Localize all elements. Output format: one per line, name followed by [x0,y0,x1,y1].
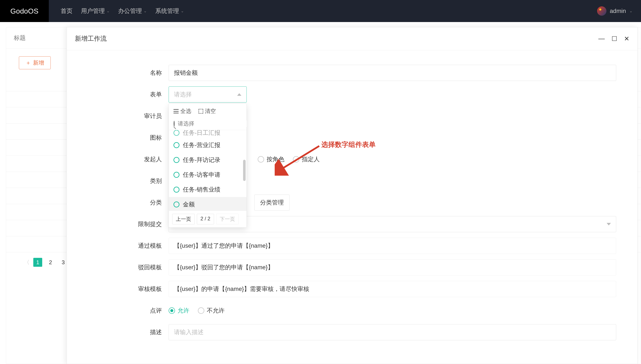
label-initiator: 发起人 [67,155,169,163]
label-limit-submit: 限制提交 [67,220,169,228]
workflow-form: 名称 报销金额 表单 请选择 全选 清空 [67,50,637,343]
maximize-icon[interactable]: ☐ [611,35,617,42]
dropdown-prev-page[interactable]: 上一页 [172,214,195,224]
dropdown-item[interactable]: 任务-拜访记录 [169,152,246,168]
page-2[interactable]: 2 [46,258,55,267]
pass-template-input[interactable]: 【{user}】通过了您的申请【{name}】 [169,238,616,254]
dropdown-page-info: 2 / 2 [197,214,214,224]
chevron-down-icon: ⌄ [144,9,147,13]
form-select[interactable]: 请选择 [169,86,247,102]
top-nav: GodoOS 首页 用户管理⌄ 办公管理⌄ 系统管理⌄ admin ⌄ [0,0,641,22]
review-template-input[interactable]: 【{user}】的申请【{name}】需要审核，请尽快审核 [169,281,616,297]
dropdown-search [169,119,246,130]
label-category: 类别 [67,177,169,185]
label-pass-tpl: 通过模板 [67,242,169,250]
name-input[interactable]: 报销金额 [169,65,616,81]
modal-header: 新增工作流 — ☐ ✕ [67,27,637,50]
nav-items: 首页 用户管理⌄ 办公管理⌄ 系统管理⌄ [61,7,184,15]
label-classification: 分类 [67,198,169,206]
modal-title: 新增工作流 [75,34,107,43]
user-menu[interactable]: admin ⌄ [597,6,632,16]
classification-manage-button[interactable]: 分类管理 [254,194,289,210]
form-select-dropdown: 全选 清空 任务-日工汇报 任务-营业汇报 任务-拜访记录 任务-访客申请 任务… [169,104,247,228]
comment-allow[interactable]: 允许 [169,306,189,315]
minimize-icon[interactable]: — [598,35,605,42]
label-comment: 点评 [67,306,169,315]
plus-icon: ＋ [26,59,31,66]
brand-logo: GodoOS [0,0,49,22]
clear-button[interactable]: 清空 [199,108,216,115]
label-description: 描述 [67,328,169,336]
dropdown-next-page[interactable]: 下一页 [216,214,239,224]
nav-home[interactable]: 首页 [61,7,73,15]
chevron-down-icon [607,223,611,226]
expand-icon [199,109,203,114]
label-review-tpl: 审核模板 [67,285,169,293]
reject-template-input[interactable]: 【{user}】驳回了您的申请【{name}】 [169,259,616,276]
chevron-down-icon: ⌄ [107,9,110,13]
chevron-down-icon: ⌄ [181,9,184,13]
dropdown-item[interactable]: 任务-营业汇报 [169,138,246,152]
dropdown-list: 任务-日工汇报 任务-营业汇报 任务-拜访记录 任务-访客申请 任务-销售业绩 … [169,130,246,210]
label-name: 名称 [67,69,169,77]
dropdown-item-amount[interactable]: 金额 [169,197,246,210]
label-reject-tpl: 驳回模板 [67,263,169,272]
initiator-by-person[interactable]: 指定人 [293,155,320,163]
dropdown-pager: 上一页 2 / 2 下一页 [169,210,246,227]
label-form: 表单 [67,90,169,98]
radio-icon [173,202,179,208]
username: admin [610,8,626,14]
nav-office[interactable]: 办公管理⌄ [118,7,147,15]
dropdown-item[interactable]: 任务-日工汇报 [169,130,246,138]
search-input[interactable] [14,34,69,41]
add-button[interactable]: ＋ 新增 [19,56,51,69]
nav-system[interactable]: 系统管理⌄ [155,7,184,15]
search-icon [173,121,175,127]
page-prev[interactable]: 〈 [24,259,30,266]
page-1[interactable]: 1 [33,258,42,267]
radio-icon [173,142,179,148]
avatar [597,6,606,16]
close-icon[interactable]: ✕ [624,35,629,42]
modal-new-workflow: 新增工作流 — ☐ ✕ 名称 报销金额 表单 请选择 [67,27,637,364]
scrollbar[interactable] [243,160,246,181]
dropdown-item[interactable]: 任务-销售业绩 [169,182,246,197]
select-all-button[interactable]: 全选 [173,108,191,115]
label-auditor: 审计员 [67,112,169,120]
list-icon [173,109,179,113]
radio-icon [173,172,179,178]
dropdown-search-input[interactable] [178,120,247,127]
radio-icon [173,130,179,136]
chevron-up-icon [237,93,241,96]
radio-icon [173,187,179,192]
page-3[interactable]: 3 [59,258,68,267]
radio-icon [173,157,179,163]
dropdown-item[interactable]: 任务-访客申请 [169,168,246,182]
description-input[interactable]: 请输入描述 [169,324,616,340]
initiator-by-role[interactable]: 按角色 [258,155,284,163]
nav-users[interactable]: 用户管理⌄ [81,7,110,15]
comment-disallow[interactable]: 不允许 [198,306,225,315]
label-icon: 图标 [67,134,169,142]
chevron-down-icon: ⌄ [629,9,632,13]
